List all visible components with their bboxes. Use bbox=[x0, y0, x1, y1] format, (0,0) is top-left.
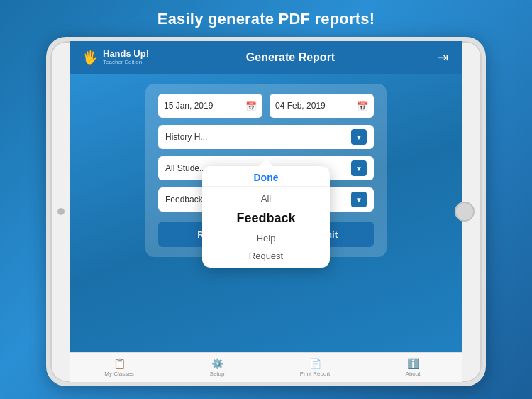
students-chevron-icon: ▼ bbox=[351, 160, 367, 176]
popup-item-feedback[interactable]: Feedback bbox=[202, 207, 330, 229]
end-date-field[interactable]: 04 Feb, 2019 📅 bbox=[270, 94, 374, 118]
tab-setup[interactable]: ⚙️ Setup bbox=[196, 358, 238, 377]
popup-done-button[interactable]: Done bbox=[202, 166, 330, 187]
tab-my-classes[interactable]: 📋 My Classes bbox=[98, 358, 140, 377]
exit-button[interactable]: ⇥ bbox=[432, 47, 453, 68]
nav-logo-text: Hands Up! Teacher Edition bbox=[103, 49, 149, 65]
start-date-value: 15 Jan, 2019 bbox=[164, 101, 213, 111]
home-button[interactable] bbox=[455, 202, 475, 222]
nav-logo: 🖐 Hands Up! Teacher Edition bbox=[79, 48, 149, 67]
setup-icon: ⚙️ bbox=[211, 358, 223, 369]
history-dropdown-label: History H... bbox=[165, 132, 207, 142]
screen-title: Generate Report bbox=[246, 51, 335, 64]
nav-bar: 🖐 Hands Up! Teacher Edition Generate Rep… bbox=[70, 41, 462, 74]
start-date-field[interactable]: 15 Jan, 2019 📅 bbox=[158, 94, 262, 118]
popup-item-request[interactable]: Request bbox=[202, 247, 330, 265]
tab-setup-label: Setup bbox=[210, 371, 225, 377]
history-dropdown[interactable]: History H... ▼ bbox=[158, 125, 374, 149]
calendar-icon-end: 📅 bbox=[357, 101, 368, 111]
app-name-label: Hands Up! bbox=[103, 49, 149, 59]
tab-about[interactable]: ℹ️ About bbox=[392, 358, 434, 377]
app-content: 🖐 Hands Up! Teacher Edition Generate Rep… bbox=[70, 41, 462, 382]
date-row: 15 Jan, 2019 📅 04 Feb, 2019 📅 bbox=[158, 94, 374, 118]
popup-arrow bbox=[259, 159, 273, 166]
tab-print-report[interactable]: 📄 Print Report bbox=[294, 358, 336, 377]
tab-my-classes-label: My Classes bbox=[104, 371, 133, 377]
tab-bar: 📋 My Classes ⚙️ Setup 📄 Print Report ℹ️ … bbox=[70, 352, 462, 382]
camera-dot bbox=[57, 208, 65, 215]
tab-about-label: About bbox=[406, 371, 421, 377]
print-report-icon: 📄 bbox=[309, 358, 321, 369]
popup-item-all[interactable]: All bbox=[202, 190, 330, 207]
calendar-icon-start: 📅 bbox=[245, 101, 257, 111]
app-body: 15 Jan, 2019 📅 04 Feb, 2019 📅 History H.… bbox=[70, 74, 462, 352]
app-edition-label: Teacher Edition bbox=[103, 60, 149, 66]
about-icon: ℹ️ bbox=[407, 358, 419, 369]
dropdown-popup: Done All Feedback Help Request bbox=[202, 166, 330, 268]
end-date-value: 04 Feb, 2019 bbox=[275, 101, 326, 111]
students-dropdown-label: All Stude... bbox=[165, 163, 206, 173]
my-classes-icon: 📋 bbox=[113, 358, 126, 369]
tab-print-report-label: Print Report bbox=[300, 371, 331, 377]
history-chevron-icon: ▼ bbox=[351, 129, 367, 145]
popup-list: All Feedback Help Request bbox=[202, 187, 330, 268]
svg-text:🖐: 🖐 bbox=[82, 50, 99, 65]
type-dropdown-label: Feedback bbox=[165, 195, 203, 204]
app-logo-icon: 🖐 bbox=[79, 48, 99, 67]
page-title: Easily generate PDF reports! bbox=[157, 10, 375, 28]
exit-icon: ⇥ bbox=[438, 50, 448, 65]
ipad-frame: 🖐 Hands Up! Teacher Edition Generate Rep… bbox=[46, 37, 486, 386]
popup-item-help[interactable]: Help bbox=[202, 229, 330, 247]
type-chevron-icon: ▼ bbox=[351, 192, 367, 207]
